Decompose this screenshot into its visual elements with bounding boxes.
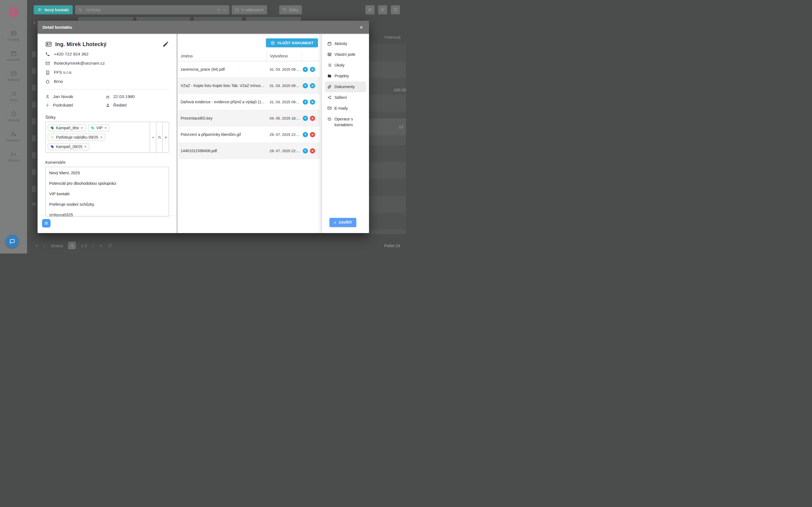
download-icon[interactable]	[303, 67, 308, 72]
tags-search-button[interactable]	[156, 122, 162, 153]
contact-birthday: 22.03.1980	[113, 94, 135, 99]
document-name: 14401011598406.pdf	[178, 149, 267, 153]
column-header-actions	[302, 51, 320, 61]
menu-item-ukoly[interactable]: Úkoly	[325, 60, 366, 71]
envelope-icon	[327, 106, 332, 110]
delete-icon[interactable]	[310, 132, 315, 137]
document-created: 29. 07. 2025 22:...	[267, 132, 302, 137]
document-name: PrezentaceBS.key	[178, 116, 267, 120]
menu-item-label: E-maily	[334, 106, 348, 111]
close-modal-button[interactable]: × ZAVŘÍT	[329, 218, 356, 227]
menu-item-label: Projekty	[334, 73, 349, 79]
tag-pill[interactable]: Potřebuje nabídku 09/25 ×	[48, 134, 105, 141]
target-icon	[45, 103, 50, 107]
menu-item-vlastni-pole[interactable]: Vlastní pole	[325, 49, 366, 60]
tag-label: VIP	[96, 126, 103, 130]
document-created: 31. 03. 2025 09:...	[267, 84, 302, 88]
delete-icon[interactable]	[310, 83, 315, 89]
contact-info-pane: Ing. Mirek Lhotecký +420 722 924 362 lho…	[38, 34, 177, 233]
download-icon[interactable]	[303, 83, 308, 89]
documents-table-header: Jméno Vytvořeno	[178, 51, 320, 61]
edit-contact-button[interactable]	[162, 41, 169, 48]
close-icon[interactable]: ×	[359, 24, 364, 31]
document-row[interactable]: Daňová evidence - evidence příjmů a výda…	[178, 94, 320, 110]
document-row[interactable]: Potvrzení a připomínky klientům.gif 29. …	[178, 126, 320, 143]
insert-document-label: VLOŽIT DOKUMENT	[277, 41, 314, 45]
download-icon[interactable]	[303, 116, 308, 121]
list-icon	[327, 63, 332, 67]
hamburger-icon	[44, 221, 48, 225]
person-star-icon	[106, 103, 110, 107]
comment-line: Potenciál pro dlouhodobou spolupráci	[49, 181, 165, 185]
insert-document-button[interactable]: VLOŽIT DOKUMENT	[266, 38, 318, 47]
search-icon	[158, 135, 161, 139]
download-icon[interactable]	[303, 148, 308, 154]
paperclip-icon	[327, 84, 332, 89]
tag-icon	[91, 126, 95, 130]
divider	[45, 89, 169, 90]
tags-section-label: Štítky	[45, 115, 169, 120]
chevron-down-icon	[151, 135, 155, 139]
plus-icon	[164, 135, 168, 139]
contact-name: Ing. Mirek Lhotecký	[55, 41, 107, 48]
delete-icon[interactable]	[310, 99, 315, 105]
contact-email: lhoteckymirek@seznam.cz	[54, 61, 105, 66]
contact-city: Brno	[54, 79, 63, 84]
menu-item-label: Operace s kontaktem	[334, 116, 364, 128]
tag-pill[interactable]: VIP ×	[88, 124, 110, 131]
menu-item-operace-s-kontaktem[interactable]: Operace s kontaktem	[325, 114, 366, 130]
menu-item-emaily[interactable]: E-maily	[325, 103, 366, 114]
menu-item-dokumenty[interactable]: Dokumenty	[325, 81, 366, 92]
document-row[interactable]: 14401011598406.pdf 29. 07. 2025 22:...	[178, 143, 320, 159]
remove-tag-icon[interactable]: ×	[100, 135, 103, 139]
tags-add-button[interactable]	[162, 122, 169, 153]
plus-circle-icon	[270, 41, 275, 45]
documents-table: Jméno Vytvořeno zaverecna_prace (84).pdf…	[178, 51, 320, 159]
birthday-cake-icon	[106, 95, 110, 99]
tag-pill[interactable]: Kampaň_09/25 ×	[48, 143, 89, 150]
document-created: 29. 07. 2025 22:...	[267, 149, 302, 153]
document-row[interactable]: PrezentaceBS.key 04. 05. 2025 18:...	[178, 110, 320, 126]
contact-card-icon	[45, 41, 52, 48]
menu-item-label: Vlastní pole	[334, 52, 356, 57]
remove-tag-icon[interactable]: ×	[84, 145, 87, 149]
download-icon[interactable]	[303, 132, 308, 137]
menu-item-aktivity[interactable]: Aktivity	[325, 38, 366, 49]
tags-dropdown-button[interactable]	[150, 122, 156, 153]
document-created: 31. 03. 2025 09:...	[267, 100, 302, 104]
document-name: Daňová evidence - evidence příjmů a výda…	[178, 100, 267, 104]
person-icon	[45, 95, 50, 99]
remove-tag-icon[interactable]: ×	[81, 126, 83, 130]
tags-select[interactable]: Kampaň_léto × VIP × Potřebuje nabídku 09…	[45, 122, 169, 153]
document-row[interactable]: zaverecna_prace (84).pdf 31. 03. 2025 09…	[178, 61, 320, 77]
home-icon	[45, 79, 50, 84]
calendar-icon	[327, 42, 332, 46]
menu-item-sdileni[interactable]: Sdílení	[325, 92, 366, 103]
delete-icon[interactable]	[310, 148, 315, 154]
detail-menu: Aktivity Vlastní pole Úkoly Projekty Dok…	[322, 34, 369, 233]
tag-pill[interactable]: Kampaň_léto ×	[48, 124, 86, 131]
remove-tag-icon[interactable]: ×	[104, 126, 107, 130]
comments-field[interactable]: Nový klient, 2025 Potenciál pro dlouhodo…	[45, 167, 169, 217]
table-icon	[327, 52, 332, 57]
document-row[interactable]: VZaZ - Kopie listu Kopie listu Tab. VZaZ…	[178, 77, 320, 94]
menu-item-projekty[interactable]: Projekty	[325, 71, 366, 81]
contact-company: FFS s.r.o.	[54, 70, 72, 75]
comments-label: Komentáře	[45, 160, 169, 165]
document-created: 04. 05. 2025 18:...	[267, 116, 302, 120]
documents-pane: VLOŽIT DOKUMENT Jméno Vytvořeno zaverecn…	[177, 34, 322, 233]
tag-icon	[51, 145, 54, 149]
download-icon[interactable]	[303, 99, 308, 105]
folder-icon	[327, 74, 332, 78]
menu-item-label: Dokumenty	[334, 84, 355, 90]
comment-line: smlouva0325	[49, 213, 165, 217]
more-actions-button[interactable]	[42, 219, 51, 228]
delete-icon[interactable]	[310, 116, 315, 121]
building-icon	[45, 70, 50, 75]
tag-label: Kampaň_09/25	[56, 145, 82, 149]
contact-detail-modal: Detail kontaktu × Ing. Mirek Lhotecký +4…	[38, 21, 369, 233]
tag-label: Kampaň_léto	[56, 126, 79, 130]
delete-icon[interactable]	[310, 67, 315, 72]
share-icon	[327, 95, 332, 100]
tag-label: Potřebuje nabídku 09/25	[56, 135, 98, 139]
